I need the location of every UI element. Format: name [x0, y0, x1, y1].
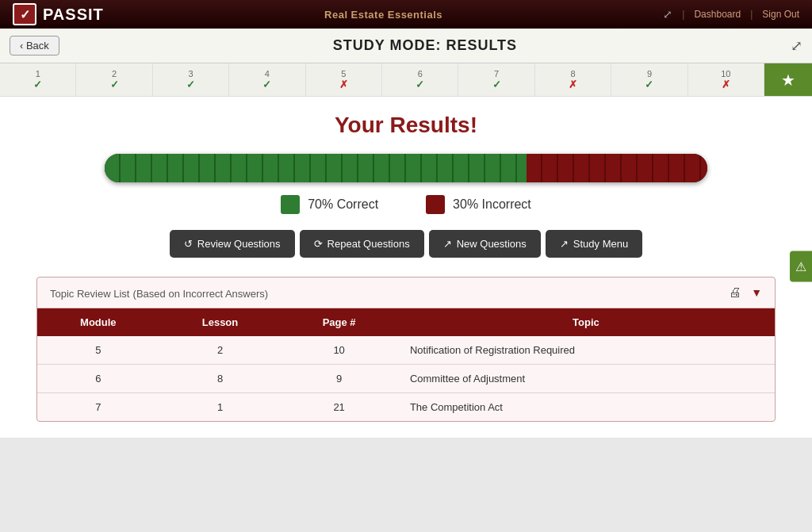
lesson-cell: 2 [159, 336, 282, 365]
action-buttons: ↺ Review Questions ⟳ Repeat Questions ↗ … [24, 230, 788, 258]
results-title: Your Results! [24, 113, 788, 138]
correct-portion [105, 154, 527, 182]
question-number-4[interactable]: 4✓ [229, 63, 305, 96]
question-number-8[interactable]: 8✗ [535, 63, 611, 96]
topic-review-icons: 🖨 ▼ [729, 285, 762, 300]
review-questions-button[interactable]: ↺ Review Questions [170, 230, 295, 258]
repeat-icon: ⟳ [314, 238, 323, 250]
review-table-body: 5210Notification of Registration Require… [37, 336, 775, 421]
study-menu-button[interactable]: ↗ Study Menu [546, 230, 642, 258]
correct-color-box [281, 195, 300, 214]
page-cell: 21 [281, 393, 397, 422]
review-icon: ↺ [184, 238, 193, 250]
header-bar: ‹ Back STUDY MODE: RESULTS ⤢ [0, 29, 812, 63]
question-number-7[interactable]: 7✓ [458, 63, 534, 96]
top-navigation-bar: ✓ PASSIT Real Estate Essentials ⤢ | Dash… [0, 0, 812, 29]
lesson-cell: 8 [159, 365, 282, 393]
incorrect-color-box [426, 195, 445, 214]
topic-cell: The Competition Act [397, 393, 775, 422]
logo-text: PASSIT [43, 6, 104, 24]
logo-box: ✓ [13, 3, 36, 25]
module-cell: 6 [37, 365, 159, 393]
fullscreen-button[interactable]: ⤢ [791, 37, 802, 55]
module-cell: 5 [37, 336, 159, 365]
lesson-cell: 1 [159, 393, 282, 422]
expand-icon[interactable]: ⤢ [663, 8, 672, 21]
question-number-3[interactable]: 3✓ [153, 63, 229, 96]
top-bar-actions: ⤢ | Dashboard | Sign Out [663, 8, 799, 21]
collapse-icon[interactable]: ▼ [751, 286, 762, 299]
topic-review-header: Topic Review List (Based on Incorrect An… [37, 277, 775, 308]
topic-cell: Committee of Adjustment [397, 365, 775, 393]
question-numbers: 1✓2✓3✓4✓5✗6✓7✓8✗9✓10✗ [0, 63, 764, 96]
table-row: 7121The Competition Act [37, 393, 775, 422]
review-questions-label: Review Questions [197, 238, 281, 250]
incorrect-portion [527, 154, 707, 182]
course-title: Real Estate Essentials [324, 9, 442, 21]
incorrect-legend-item: 30% Incorrect [426, 195, 531, 214]
page-cell: 9 [281, 365, 397, 393]
incorrect-label: 30% Incorrect [453, 197, 531, 212]
print-icon[interactable]: 🖨 [729, 285, 741, 300]
new-questions-label: New Questions [457, 238, 527, 250]
progress-container [105, 154, 707, 182]
topic-cell: Notification of Registration Required [397, 336, 775, 365]
nav-divider-2: | [750, 9, 753, 20]
dashboard-link[interactable]: Dashboard [694, 9, 741, 20]
table-row: 5210Notification of Registration Require… [37, 336, 775, 365]
main-content: Your Results! 70% Correct 30% Incorrect … [0, 97, 812, 438]
star-button[interactable]: ★ [764, 63, 812, 96]
study-menu-label: Study Menu [573, 238, 628, 250]
table-header-row: ModuleLessonPage #Topic [37, 308, 775, 336]
correct-label: 70% Correct [308, 197, 378, 212]
question-number-9[interactable]: 9✓ [611, 63, 688, 96]
nav-divider: | [682, 9, 684, 20]
question-number-6[interactable]: 6✓ [382, 63, 458, 96]
question-number-5[interactable]: 5✗ [306, 63, 382, 96]
repeat-questions-label: Repeat Questions [327, 238, 410, 250]
alert-icon: ⚠ [795, 258, 806, 274]
back-button[interactable]: ‹ Back [10, 36, 59, 55]
sign-out-link[interactable]: Sign Out [762, 9, 799, 20]
review-table-head: ModuleLessonPage #Topic [37, 308, 775, 336]
question-number-2[interactable]: 2✓ [76, 63, 152, 96]
question-number-1[interactable]: 1✓ [0, 63, 76, 96]
col-topic: Topic [397, 308, 775, 336]
col-page--: Page # [281, 308, 397, 336]
review-table: ModuleLessonPage #Topic 5210Notification… [37, 308, 775, 421]
topic-review-title-text: Topic Review List [50, 288, 129, 300]
topic-review-title: Topic Review List (Based on Incorrect An… [50, 286, 268, 300]
repeat-questions-button[interactable]: ⟳ Repeat Questions [300, 230, 424, 258]
menu-icon: ↗ [560, 238, 569, 250]
progress-bar [105, 154, 707, 182]
new-icon: ↗ [443, 238, 452, 250]
table-row: 689Committee of Adjustment [37, 365, 775, 393]
topic-review-container: Topic Review List (Based on Incorrect An… [36, 277, 776, 422]
results-legend: 70% Correct 30% Incorrect [24, 195, 788, 214]
logo-area: ✓ PASSIT [13, 3, 104, 25]
module-cell: 7 [37, 393, 159, 422]
question-number-bar: 1✓2✓3✓4✓5✗6✓7✓8✗9✓10✗ ★ [0, 63, 812, 97]
question-number-10[interactable]: 10✗ [688, 63, 764, 96]
correct-legend-item: 70% Correct [281, 195, 378, 214]
col-module: Module [37, 308, 159, 336]
logo-checkmark: ✓ [20, 7, 30, 22]
alert-button[interactable]: ⚠ [790, 251, 812, 281]
col-lesson: Lesson [159, 308, 282, 336]
page-cell: 10 [281, 336, 397, 365]
page-title: STUDY MODE: RESULTS [333, 37, 517, 54]
new-questions-button[interactable]: ↗ New Questions [429, 230, 541, 258]
topic-review-subtitle: (Based on Incorrect Answers) [133, 288, 269, 300]
